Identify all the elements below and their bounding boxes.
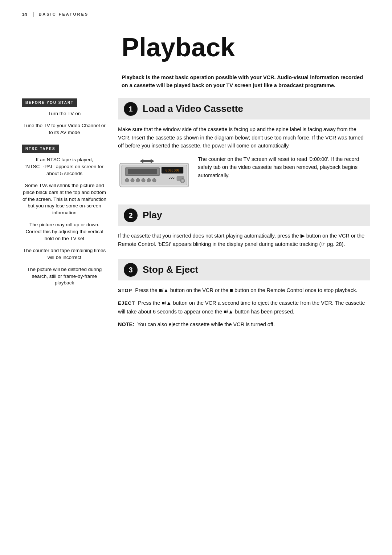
step-3-section: 3 Stop & Eject STOP Press the ■/▲ button… bbox=[118, 259, 370, 329]
sidebar-item-ntsc-3: The picture may roll up or down. Correct… bbox=[22, 222, 107, 242]
step-1-section: 1 Load a Video Cassette Make sure that t… bbox=[118, 98, 370, 194]
section-divider: | bbox=[33, 10, 34, 19]
step-3-number: 3 bbox=[124, 263, 138, 277]
note-text: You can also eject the cassette while th… bbox=[137, 321, 275, 327]
svg-marker-16 bbox=[140, 159, 154, 163]
step-2-body: If the cassette that you inserted does n… bbox=[118, 232, 370, 248]
stop-text: Press the ■/▲ button on the VCR or the ■… bbox=[135, 287, 357, 293]
vcr-diagram-row: 0:00:00 JVC bbox=[118, 155, 370, 194]
svg-text:0:00:00: 0:00:00 bbox=[166, 168, 179, 172]
page-header: 14 | BASIC FEATURES bbox=[0, 0, 392, 21]
eject-paragraph: EJECT Press the ■/▲ button on the VCR a … bbox=[118, 299, 370, 316]
svg-point-8 bbox=[136, 178, 140, 182]
sidebar-item-ntsc-2: Some TVs will shrink the picture and pla… bbox=[22, 182, 107, 216]
sidebar-item-tune-tv: Tune the TV to your Video Channel or to … bbox=[22, 122, 107, 136]
sidebar-section-ntsc: NTSC TAPES If an NTSC tape is played, 'N… bbox=[22, 144, 107, 287]
page: 14 | BASIC FEATURES Playback Playback is… bbox=[0, 0, 392, 555]
step-1-body: Make sure that the window side of the ca… bbox=[118, 125, 370, 150]
svg-point-7 bbox=[131, 178, 134, 182]
step-3-title: Stop & Eject bbox=[143, 263, 198, 277]
step-1-number: 1 bbox=[124, 102, 138, 116]
svg-point-10 bbox=[147, 178, 151, 182]
note-label: NOTE: bbox=[118, 321, 134, 327]
sidebar-label-ntsc: NTSC TAPES bbox=[22, 145, 59, 153]
step-2-section: 2 Play If the cassette that you inserted… bbox=[118, 204, 370, 248]
section-title: BASIC FEATURES bbox=[38, 11, 89, 17]
step-2-title: Play bbox=[143, 208, 162, 222]
svg-point-6 bbox=[125, 178, 129, 182]
step-2-number: 2 bbox=[124, 208, 138, 222]
step-1-title: Load a Video Cassette bbox=[143, 102, 243, 116]
eject-text: Press the ■/▲ button on the VCR a second… bbox=[118, 300, 365, 314]
svg-point-9 bbox=[142, 178, 145, 182]
sidebar: BEFORE YOU START Turn the TV on Tune the… bbox=[22, 98, 118, 340]
eject-keyword: EJECT bbox=[118, 300, 135, 306]
step-3-header: 3 Stop & Eject bbox=[118, 259, 370, 280]
vcr-svg: 0:00:00 JVC bbox=[118, 155, 191, 191]
svg-rect-3 bbox=[128, 169, 157, 174]
svg-point-11 bbox=[152, 178, 156, 182]
svg-point-15 bbox=[181, 179, 184, 182]
sidebar-item-ntsc-5: The picture will be distorted during sea… bbox=[22, 266, 107, 287]
page-number: 14 bbox=[22, 11, 27, 18]
svg-text:JVC: JVC bbox=[169, 176, 175, 179]
step-1-header: 1 Load a Video Cassette bbox=[118, 98, 370, 119]
vcr-caption: The counter on the TV screen will reset … bbox=[198, 155, 370, 179]
sidebar-item-ntsc-1: If an NTSC tape is played, 'NTSC→PAL' ap… bbox=[22, 157, 107, 177]
step-2-header: 2 Play bbox=[118, 204, 370, 226]
main-content: 1 Load a Video Cassette Make sure that t… bbox=[118, 98, 370, 340]
sidebar-section-before-you-start: BEFORE YOU START Turn the TV on Tune the… bbox=[22, 98, 107, 136]
sidebar-label-before-you-start: BEFORE YOU START bbox=[22, 98, 77, 107]
vcr-image: 0:00:00 JVC bbox=[118, 155, 191, 194]
sidebar-item-turn-tv: Turn the TV on bbox=[22, 110, 107, 117]
main-title: Playback bbox=[0, 21, 392, 73]
intro-text: Playback is the most basic operation pos… bbox=[0, 73, 392, 98]
note-paragraph: NOTE: You can also eject the cassette wh… bbox=[118, 320, 370, 329]
sidebar-item-ntsc-4: The counter and tape remaining times wil… bbox=[22, 247, 107, 261]
content-body: BEFORE YOU START Turn the TV on Tune the… bbox=[0, 98, 392, 340]
stop-keyword: STOP bbox=[118, 288, 132, 293]
stop-eject-body: STOP Press the ■/▲ button on the VCR or … bbox=[118, 286, 370, 329]
stop-paragraph: STOP Press the ■/▲ button on the VCR or … bbox=[118, 286, 370, 295]
